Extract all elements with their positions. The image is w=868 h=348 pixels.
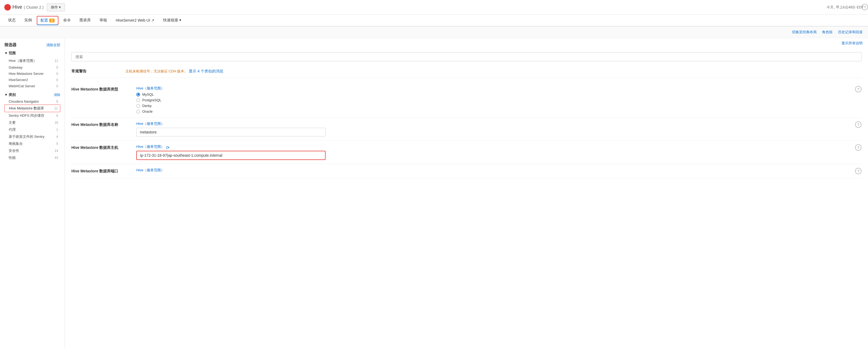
category-item-count: 5: [56, 100, 58, 103]
content-area: 显示所有说明 常规警告 主机未检测信号；无法验证 CDH 版本。 显示 4 个类…: [65, 38, 868, 348]
main-area: 筛选器 清除全部 ▼ 范围 Hive（服务范围） 11 Gateway 0 Hi…: [0, 38, 868, 348]
radio-mysql-label: MySQL: [142, 93, 154, 97]
scope-item-name: HiveServer2: [9, 78, 28, 82]
radio-mysql[interactable]: MySQL: [136, 93, 862, 97]
config-label-db-port: Hive Metastore 数据库端口: [71, 168, 131, 174]
alert-content: 主机未检测信号；无法验证 CDH 版本。 显示 4 个类似的消息: [125, 69, 223, 74]
scope-item-name: Hive（服务范围）: [9, 58, 37, 63]
alert-link[interactable]: 显示 4 个类似的消息: [189, 69, 223, 73]
category-item-name: Cloudera Navigator: [9, 99, 39, 103]
action-button[interactable]: 操作 ▾: [47, 3, 65, 11]
config-row-db-host: Hive Metastore 数据库主机 Hive（服务范围） ⟳ ?: [71, 140, 862, 164]
config-row-db-name: Hive Metastore 数据库名称 Hive（服务范围） ?: [71, 117, 862, 140]
app-name: Hive: [12, 4, 22, 10]
hive-logo: Hive ( Cluster 2 ): [4, 4, 43, 10]
tab-audit[interactable]: 审核: [96, 15, 111, 26]
sidebar-item-webhcat[interactable]: WebHCat Server 0: [4, 83, 60, 89]
tab-hiveserver2[interactable]: HiveServer2 Web UI ↗: [112, 15, 158, 26]
sidebar-item-sentry-policy[interactable]: 基于政策文件的 Sentry 4: [4, 133, 60, 140]
config-scope-db-name: Hive（服务范围）: [136, 121, 862, 126]
category-section-text: ▼ 类别: [4, 93, 16, 97]
action-button-label: 操作: [51, 5, 58, 10]
radio-oracle-circle: [136, 110, 140, 113]
config-tab-label: 配置 5: [40, 18, 55, 23]
header-time: 今天, 早上6点48分 EDT: [827, 5, 864, 10]
content-inner: 常规警告 主机未检测信号；无法验证 CDH 版本。 显示 4 个类似的消息 ? …: [65, 47, 868, 184]
tab-command[interactable]: 命令: [60, 15, 74, 26]
config-label-db-name: Hive Metastore 数据库名称: [71, 121, 131, 127]
sidebar-title: 筛选器: [4, 42, 17, 47]
sidebar-item-main[interactable]: 主要 16: [4, 119, 60, 126]
search-input[interactable]: [71, 52, 862, 61]
db-type-help-icon[interactable]: ?: [855, 86, 862, 93]
category-item-count: 4: [56, 135, 58, 139]
config-label-db-type: Hive Metastore 数据库类型: [71, 86, 131, 92]
db-name-help-icon[interactable]: ?: [855, 121, 862, 128]
role-group-link[interactable]: 角色组: [822, 30, 833, 35]
app-header: Hive ( Cluster 2 ) 操作 ▾ 今天, 早上6点48分 EDT: [0, 0, 868, 14]
radio-oracle-label: Oracle: [142, 109, 153, 113]
radio-oracle[interactable]: Oracle: [136, 109, 862, 113]
sidebar-item-security[interactable]: 安全性 14: [4, 147, 60, 154]
refresh-icon[interactable]: ⟳: [166, 145, 169, 150]
config-scope-db-host: Hive（服务范围）: [136, 144, 164, 149]
scope-section-label[interactable]: ▼ 范围: [4, 51, 60, 56]
sidebar-item-stack[interactable]: 堆栈集合 5: [4, 140, 60, 147]
category-item-name: Hive Metastore 数据库: [9, 106, 44, 111]
radio-group-db-type: MySQL PostgreSQL Derby Oracle: [136, 93, 862, 113]
scope-item-count: 0: [56, 66, 58, 69]
radio-derby[interactable]: Derby: [136, 104, 862, 108]
header-left: Hive ( Cluster 2 ) 操作 ▾: [4, 3, 65, 11]
config-row-db-type: Hive Metastore 数据库类型 Hive（服务范围） MySQL Po…: [71, 82, 862, 117]
config-row-db-port: Hive Metastore 数据库端口 Hive（服务范围） ?: [71, 164, 862, 178]
category-section-label[interactable]: ▼ 类别: [4, 93, 16, 97]
tab-instance[interactable]: 实例: [21, 15, 36, 26]
sidebar-item-gateway[interactable]: Gateway 0: [4, 64, 60, 71]
quicklink-label: 快速链接 ▾: [163, 18, 181, 23]
action-dropdown-icon: ▾: [59, 5, 61, 9]
sidebar-item-sentry-hdfs[interactable]: Sentry HDFS 同步缓存 6: [4, 112, 60, 119]
category-item-name: 代理: [9, 127, 16, 132]
category-clear-button[interactable]: 清除: [54, 93, 60, 97]
tab-chart[interactable]: 图表库: [76, 15, 95, 26]
config-scope-db-port: Hive（服务范围）: [136, 168, 862, 173]
sidebar-item-proxy[interactable]: 代理 1: [4, 126, 60, 133]
radio-derby-label: Derby: [142, 104, 152, 108]
tab-status[interactable]: 状态: [4, 15, 20, 26]
sidebar-item-metastore-server[interactable]: Hive Metastore Server 0: [4, 71, 60, 77]
radio-postgresql[interactable]: PostgreSQL: [136, 98, 862, 102]
config-content-db-type: Hive（服务范围） MySQL PostgreSQL Derby: [136, 86, 862, 113]
navigation-bar: 状态 实例 配置 5 命令 图表库 审核 HiveServer2 Web UI …: [0, 14, 868, 27]
db-name-input[interactable]: [136, 128, 326, 136]
scope-item-count: 0: [56, 84, 58, 88]
sidebar-item-cloudera-navigator[interactable]: Cloudera Navigator 5: [4, 98, 60, 105]
scope-section-text: ▼ 范围: [4, 51, 16, 56]
config-tab-text: 配置: [40, 18, 48, 23]
sidebar-item-hive-service[interactable]: Hive（服务范围） 11: [4, 57, 60, 64]
quicklink-dropdown: 快速链接 ▾: [163, 18, 181, 23]
config-label-db-host: Hive Metastore 数据库主机: [71, 144, 131, 150]
category-list: Cloudera Navigator 5 Hive Metastore 数据库 …: [4, 98, 60, 161]
sidebar-clear-all-button[interactable]: 清除全部: [46, 43, 60, 47]
history-link[interactable]: 历史记录和回滚: [838, 30, 863, 35]
category-item-count: 11: [54, 106, 58, 110]
tab-quicklink[interactable]: 快速链接 ▾: [159, 15, 185, 26]
scope-item-name: Gateway: [9, 65, 23, 69]
alert-label: 常规警告: [71, 69, 120, 74]
show-all-link[interactable]: 显示所有说明: [841, 41, 863, 46]
tab-config[interactable]: 配置 5: [37, 16, 58, 25]
category-item-name: Sentry HDFS 同步缓存: [9, 113, 44, 118]
category-item-count: 5: [56, 142, 58, 146]
cluster-label: ( Cluster 2 ): [24, 5, 43, 9]
scope-list: Hive（服务范围） 11 Gateway 0 Hive Metastore S…: [4, 57, 60, 89]
switch-layout-link[interactable]: 切换至经典布局: [792, 30, 817, 35]
db-host-input[interactable]: [136, 151, 326, 160]
db-port-help-icon[interactable]: ?: [855, 168, 862, 174]
sidebar-item-hive-metastore-db[interactable]: Hive Metastore 数据库 11: [4, 105, 60, 112]
sidebar-item-hiveserver2[interactable]: HiveServer2 0: [4, 77, 60, 83]
category-item-count: 14: [55, 149, 58, 153]
radio-postgresql-label: PostgreSQL: [142, 98, 161, 102]
config-badge: 5: [49, 19, 55, 23]
sidebar-item-performance[interactable]: 性能 43: [4, 154, 60, 161]
db-host-help-icon[interactable]: ?: [855, 144, 862, 151]
